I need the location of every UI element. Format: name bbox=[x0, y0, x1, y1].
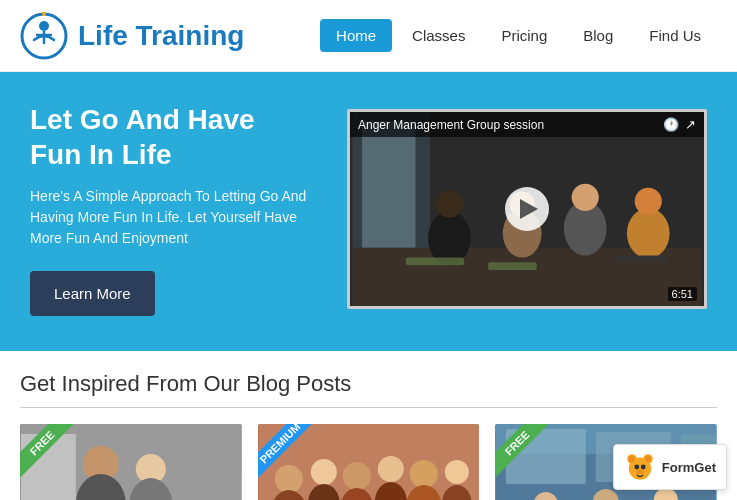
header: Life Training Home Classes Pricing Blog … bbox=[0, 0, 737, 72]
hero-text-block: Let Go And Have Fun In Life Here's A Sim… bbox=[30, 102, 310, 316]
svg-point-59 bbox=[636, 469, 644, 474]
hero-section: Let Go And Have Fun In Life Here's A Sim… bbox=[0, 72, 737, 351]
svg-rect-8 bbox=[362, 122, 415, 248]
logo-icon bbox=[20, 12, 68, 60]
svg-rect-19 bbox=[488, 262, 537, 270]
svg-point-56 bbox=[645, 456, 651, 462]
share-icon: ↗ bbox=[685, 117, 696, 132]
svg-point-58 bbox=[641, 465, 646, 470]
nav-pricing[interactable]: Pricing bbox=[485, 19, 563, 52]
svg-point-16 bbox=[627, 208, 670, 258]
badge-label-3: FREE bbox=[495, 424, 552, 478]
badge-label-1: FREE bbox=[20, 424, 77, 478]
video-duration: 6:51 bbox=[668, 287, 697, 301]
svg-rect-18 bbox=[406, 258, 464, 266]
svg-point-39 bbox=[445, 460, 469, 484]
play-button[interactable] bbox=[505, 187, 549, 231]
formget-label: FormGet bbox=[662, 460, 716, 475]
badge-premium-2: PREMIUM bbox=[258, 424, 322, 488]
hero-description: Here's A Simple Approach To Letting Go A… bbox=[30, 186, 310, 249]
nav-blog[interactable]: Blog bbox=[567, 19, 629, 52]
video-controls: 🕐 ↗ bbox=[663, 117, 696, 132]
nav-find-us[interactable]: Find Us bbox=[633, 19, 717, 52]
svg-point-33 bbox=[343, 462, 371, 490]
video-player[interactable]: Anger Management Group session 🕐 ↗ bbox=[347, 109, 707, 309]
learn-more-button[interactable]: Learn More bbox=[30, 271, 155, 316]
blog-section-title: Get Inspired From Our Blog Posts bbox=[20, 371, 717, 397]
svg-point-1 bbox=[39, 21, 49, 31]
blog-divider bbox=[20, 407, 717, 408]
badge-free-3: FREE bbox=[495, 424, 559, 488]
blog-card-2[interactable]: PREMIUM bbox=[258, 424, 480, 500]
svg-point-15 bbox=[572, 184, 599, 211]
hero-title: Let Go And Have Fun In Life bbox=[30, 102, 310, 172]
svg-point-11 bbox=[436, 191, 463, 218]
nav-classes[interactable]: Classes bbox=[396, 19, 481, 52]
svg-point-55 bbox=[629, 456, 635, 462]
blog-card-1[interactable]: FREE bbox=[20, 424, 242, 500]
main-nav: Home Classes Pricing Blog Find Us bbox=[320, 19, 717, 52]
logo-text: Life Training bbox=[78, 20, 244, 52]
badge-label-2: PREMIUM bbox=[258, 424, 315, 478]
svg-rect-20 bbox=[614, 256, 667, 262]
formget-bear-icon bbox=[624, 451, 656, 483]
video-title: Anger Management Group session bbox=[358, 118, 544, 132]
video-title-bar: Anger Management Group session 🕐 ↗ bbox=[350, 112, 704, 137]
svg-point-17 bbox=[635, 188, 662, 215]
svg-point-35 bbox=[378, 456, 404, 482]
logo-area: Life Training bbox=[20, 12, 244, 60]
play-icon bbox=[520, 199, 538, 219]
formget-widget[interactable]: FormGet bbox=[613, 444, 727, 490]
svg-point-10 bbox=[428, 211, 471, 265]
svg-point-37 bbox=[410, 460, 438, 488]
badge-free-1: FREE bbox=[20, 424, 84, 488]
nav-home[interactable]: Home bbox=[320, 19, 392, 52]
clock-icon: 🕐 bbox=[663, 117, 679, 132]
svg-point-57 bbox=[634, 465, 639, 470]
